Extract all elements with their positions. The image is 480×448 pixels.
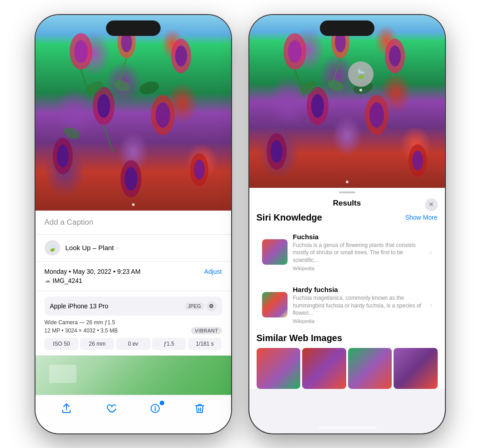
gear-icon[interactable]: ⚙ [207,301,217,311]
svg-point-11 [57,145,69,167]
chevron-right-icon: › [116,244,119,252]
close-icon: ✕ [429,201,434,208]
fuchsia-source: Wikipedia [293,266,424,271]
fuchsia-thumb-img [262,239,288,265]
look-up-text: Look Up – Plant › [66,244,119,252]
delete-icon [195,403,204,416]
home-indicator-left [104,427,163,429]
exif-ev: 0 ev [116,338,150,350]
hardy-source: Wikipedia [293,318,424,324]
filename-row: ☁ IMG_4241 [45,277,222,284]
info-icon [150,403,160,416]
exif-aperture: ƒ1.5 [152,338,186,350]
similar-images-section: Similar Web Images [249,333,445,389]
svg-point-36 [271,140,283,163]
hardy-description: Fuchsia magellanica, commonly known as t… [293,294,424,317]
heart-button[interactable] [103,402,119,418]
look-up-row[interactable]: 🍃 Look Up – Plant › [35,235,231,262]
svg-point-21 [138,79,160,96]
delete-button[interactable] [192,402,208,418]
siri-leaf-icon: 🍃 [354,68,367,80]
look-up-label: Look Up – [66,244,96,252]
vibrant-badge: VIBRANT [191,327,222,334]
page-indicator [132,203,135,206]
flower-background-right [249,15,445,188]
caption-field[interactable]: Add a Caption [35,211,231,235]
info-badge-dot [160,401,164,405]
exif-shutter: 1/181 s [188,338,222,350]
fuchsia-text: Fuchsia Fuchsia is a genus of flowering … [293,233,424,271]
svg-point-9 [156,102,170,128]
flower-svg [35,15,231,211]
look-up-icon: 🍃 [45,240,60,256]
device-badges: JPEG ⚙ [185,301,217,311]
map-section[interactable] [35,356,231,397]
fuchsia-thumbnail [262,239,288,265]
caption-placeholder: Add a Caption [45,218,94,227]
svg-line-18 [104,125,113,151]
exif-iso: ISO 50 [45,338,79,350]
mp-row: 12 MP • 3024 × 4032 • 3.5 MB VIBRANT [45,327,222,334]
show-more-button[interactable]: Show More [405,214,438,221]
device-row: Apple iPhone 13 Pro JPEG ⚙ [45,297,222,316]
svg-point-5 [175,45,187,66]
cloud-icon: ☁ [45,277,51,284]
metadata-section: Monday • May 30, 2022 • 9:23 AM Adjust ☁… [35,262,231,291]
hardy-fuchsia-thumbnail [262,292,288,317]
svg-point-1 [74,40,88,63]
home-indicator-right [318,427,377,429]
siri-button[interactable]: 🍃 [348,61,374,87]
device-section: Apple iPhone 13 Pro JPEG ⚙ Wide Camera —… [35,291,231,356]
similar-image-1[interactable] [257,348,301,389]
hardy-chevron-icon: › [430,301,432,308]
knowledge-item-hardy-fuchsia[interactable]: Hardy fuchsia Fuchsia magellanica, commo… [257,280,438,329]
hardy-thumb-img [262,292,288,317]
left-phone-screen: Add a Caption 🍃 Look Up – Plant › Monday… [35,15,231,433]
share-button[interactable] [58,402,75,418]
device-name: Apple iPhone 13 Pro [50,302,108,310]
mp-info: 12 MP • 3024 × 4032 • 3.5 MB [45,327,118,334]
svg-point-15 [125,167,137,191]
photo-area-right[interactable]: 🍃 [249,15,445,188]
similar-image-4[interactable] [394,348,438,389]
siri-knowledge-section: Siri Knowledge Show More Fuchsia Fuchsia… [249,212,445,333]
siri-dot [359,89,362,91]
photo-area-left[interactable] [35,15,231,211]
format-badge: JPEG [185,302,204,310]
similar-images-grid [257,348,438,389]
results-panel: Results ✕ Siri Knowledge Show More [249,188,445,389]
svg-point-34 [369,102,384,128]
right-phone-screen: 🍃 Results ✕ Siri Knowledge Show More [249,15,445,433]
svg-point-38 [412,151,423,171]
hardy-text: Hardy fuchsia Fuchsia magellanica, commo… [293,286,424,324]
results-title: Results [333,199,361,208]
filename-text: IMG_4241 [53,277,82,284]
svg-point-20 [112,78,131,93]
fuchsia-name: Fuchsia [293,233,424,241]
exif-row: ISO 50 26 mm 0 ev ƒ1.5 1/181 s [45,338,222,350]
adjust-button[interactable]: Adjust [204,268,222,275]
results-handle[interactable] [339,191,355,193]
heart-icon [106,403,116,416]
svg-point-42 [326,78,345,93]
flower-svg-right [249,15,445,188]
results-header: Results ✕ [249,197,445,212]
results-close-button[interactable]: ✕ [425,198,438,211]
knowledge-section-header: Siri Knowledge Show More [257,212,438,223]
info-area: Add a Caption 🍃 Look Up – Plant › Monday… [35,211,231,397]
svg-point-32 [311,94,324,118]
share-icon [61,403,71,416]
look-up-value: Plant [98,244,114,252]
right-phone: 🍃 Results ✕ Siri Knowledge Show More [249,15,445,433]
svg-point-28 [335,32,346,52]
svg-point-24 [160,401,164,405]
svg-point-13 [194,160,205,180]
fuchsia-description: Fuchsia is a genus of flowering plants t… [293,242,424,264]
info-button[interactable] [147,402,163,418]
knowledge-item-fuchsia[interactable]: Fuchsia Fuchsia is a genus of flowering … [257,227,438,277]
svg-point-26 [288,40,302,63]
page-indicator-right [346,181,349,183]
similar-image-3[interactable] [348,348,392,389]
knowledge-title: Siri Knowledge [257,212,322,223]
similar-image-2[interactable] [302,348,346,389]
